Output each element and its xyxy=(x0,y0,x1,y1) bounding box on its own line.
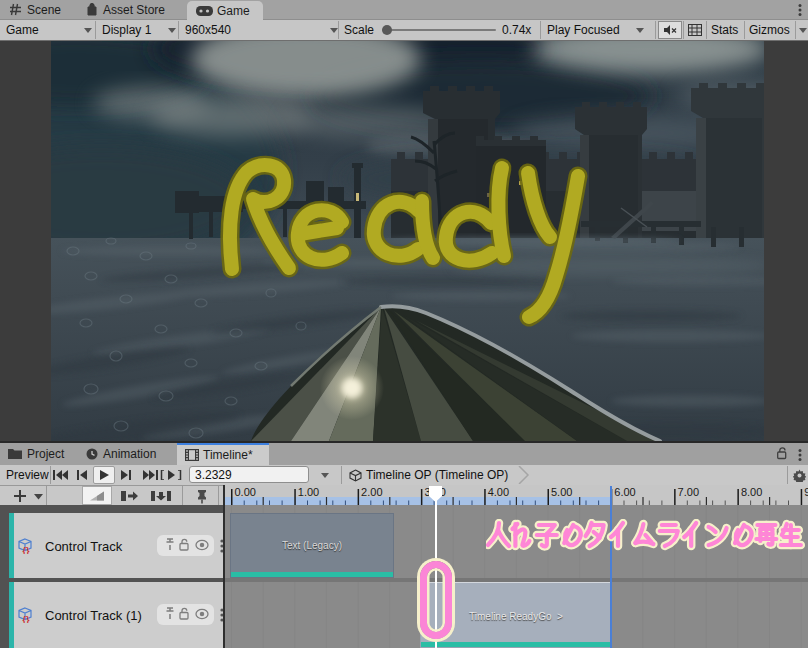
svg-text:6.00: 6.00 xyxy=(614,486,635,498)
svg-text:9.00: 9.00 xyxy=(804,486,808,498)
svg-text:8.00: 8.00 xyxy=(741,486,762,498)
svg-text:4.00: 4.00 xyxy=(488,486,509,498)
svg-text:7.00: 7.00 xyxy=(678,486,699,498)
svg-text:1.00: 1.00 xyxy=(298,486,319,498)
svg-text:{}: {} xyxy=(23,615,31,624)
svg-text:5.00: 5.00 xyxy=(551,486,572,498)
svg-text:{}: {} xyxy=(23,546,31,555)
svg-text:0.00: 0.00 xyxy=(235,486,256,498)
svg-text:2.00: 2.00 xyxy=(361,486,382,498)
